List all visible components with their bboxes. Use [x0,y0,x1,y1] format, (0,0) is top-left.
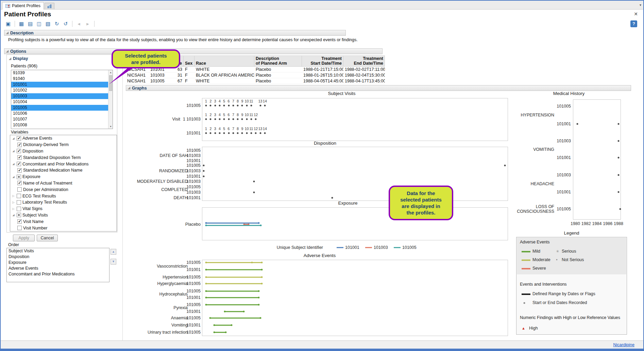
variable-tree-item[interactable]: ◢Exposure [10,174,117,180]
table-cell[interactable]: F [184,78,194,84]
table-cell[interactable]: WHITE [194,78,254,84]
patient-list-item[interactable]: 91040 [11,76,113,82]
table-cell[interactable]: BLACK OR AFRICAN AMERICAN [194,73,254,78]
apply-button[interactable]: Apply [13,235,35,241]
patient-list-item[interactable]: 101006 [11,111,113,116]
scrollbar-arrow-icon[interactable]: ▾ [640,3,641,7]
checkbox[interactable] [17,213,21,217]
tree-expander-icon[interactable]: ▷ [12,207,15,210]
move-up-icon[interactable]: ▲ [111,249,116,255]
table-cell[interactable]: Placebo [254,67,302,73]
checkbox[interactable] [17,155,22,160]
patient-list-item[interactable]: 101004 [11,99,113,105]
patient-list-item[interactable]: 101007 [11,116,113,122]
table-cell[interactable]: 1988-04-17T13:45:00 [343,78,385,84]
forward-icon[interactable]: ▸ [84,20,92,28]
order-list-item[interactable]: Subject Visits [7,248,109,254]
table-cell[interactable]: WHITE [194,67,254,73]
back-icon[interactable]: ◂ [75,20,83,28]
display-section-header[interactable]: ◢ Display [9,56,28,61]
tree-expander-icon[interactable]: ▷ [12,194,15,197]
checkbox[interactable] [17,207,21,211]
study-link[interactable]: Nicardipine [613,342,634,347]
variable-tree-item[interactable]: ◢Subject Visits [10,212,117,219]
tree-expander-icon[interactable]: ◢ [12,175,15,178]
table-header-cell[interactable]: Treatment End Date/Time [343,55,385,67]
annotate-icon[interactable]: ▧ [44,20,52,28]
checkbox[interactable] [17,226,22,230]
checkbox[interactable] [17,149,21,153]
cancel-button[interactable]: Cancel [37,235,58,241]
data-table-icon[interactable]: ▦ [17,20,26,28]
patient-list-item[interactable]: 91039 [11,70,113,76]
patient-list-item[interactable]: 101001 [11,82,113,87]
scroll-down-icon[interactable]: ▾ [108,124,113,129]
variable-tree-item[interactable]: ◢Concomitant and Prior Medications [10,161,117,167]
graphs-section-header[interactable]: ◢ Graphs [126,85,631,91]
description-section-header[interactable]: ◢ Description [4,30,346,36]
checkbox[interactable] [17,194,21,198]
variable-tree-item[interactable]: ▷Laboratory Test Results [10,199,117,206]
table-cell[interactable]: F [184,67,194,73]
order-list-item[interactable]: Exposure [7,260,109,266]
patient-list-item[interactable]: 101008 [11,122,113,128]
relaunch-icon[interactable]: ↺ [62,20,70,28]
patient-list-item[interactable]: 101005 [11,105,113,111]
variable-tree-item[interactable]: ◢Adverse Events [10,135,117,142]
checkbox[interactable] [17,136,21,141]
options-section-header[interactable]: ◢ Options [4,48,383,54]
variable-tree-item[interactable]: Visit Name [10,218,117,225]
variable-tree-item[interactable]: Dose per Administration [10,186,117,193]
table-cell[interactable]: 101005 [149,78,169,84]
tree-expander-icon[interactable]: ◢ [12,162,15,165]
table-cell[interactable]: 1988-02-04T15:30:00 [343,73,385,78]
table-cell[interactable]: F [184,73,194,78]
order-list-item[interactable]: Disposition [7,254,109,260]
checkbox[interactable] [17,168,22,173]
close-icon[interactable]: ✕ [634,11,638,17]
variable-tree-item[interactable]: ◢Disposition [10,148,117,155]
variable-tree-item[interactable]: Standardized Medication Name [10,167,117,174]
table-header-cell[interactable]: Treatment Start Date/Time [302,55,343,67]
checkbox[interactable] [17,187,22,192]
table-cell[interactable]: 31 [169,73,184,78]
checkbox[interactable] [17,219,22,224]
new-window-icon[interactable]: ▣ [4,20,12,28]
variable-tree-item[interactable]: ▷ECG Test Results [10,193,117,199]
order-list-item[interactable]: Adverse Events [7,266,109,271]
tab-report[interactable] [45,3,54,9]
variable-tree-item[interactable]: ▷Vital Signs [10,206,117,212]
table-cell[interactable]: 101003 [149,73,169,78]
tab-patient-profiles[interactable]: Patient Profiles [2,2,44,10]
tree-expander-icon[interactable]: ◢ [12,137,15,140]
table-cell[interactable]: 1988-02-02T17:11:00 [343,67,385,73]
checkbox[interactable] [17,175,21,179]
table-cell[interactable]: 1988-04-05T14:45:00 [302,78,343,84]
table-cell[interactable]: Placebo [254,73,302,78]
table-cell[interactable]: 67 [169,78,184,84]
report-icon[interactable]: ◫ [35,20,43,28]
tree-expander-icon[interactable]: ◢ [12,149,15,153]
checkbox[interactable] [17,162,21,166]
order-list-item[interactable]: Concomitant and Prior Medications [7,271,109,277]
checkbox[interactable] [17,200,21,205]
table-cell[interactable]: Placebo [254,78,302,84]
table-header-cell[interactable]: Description of Planned Arm [254,55,302,67]
table-header-cell[interactable]: Sex [184,55,194,67]
table-header-cell[interactable]: Race [194,55,254,67]
variable-tree-item[interactable]: Visit Number [10,225,117,231]
variable-tree-item[interactable]: Name of Actual Treatment [10,180,117,187]
tree-expander-icon[interactable]: ◢ [12,213,15,217]
table-cell[interactable]: 1988-01-26T15:10:00 [302,73,343,78]
table-cell[interactable]: 1988-01-21T17:15:00 [302,67,343,73]
checkbox[interactable] [17,143,22,147]
tree-expander-icon[interactable]: ▷ [12,201,15,204]
variable-tree-item[interactable]: Dictionary-Derived Term [10,142,117,148]
patient-list-item[interactable]: 101003 [11,93,113,99]
move-down-icon[interactable]: ▼ [111,259,116,265]
journal-icon[interactable]: ▤ [26,20,34,28]
patient-list-item[interactable]: 101002 [11,87,113,93]
variable-tree-item[interactable]: Standardized Disposition Term [10,154,117,161]
help-icon[interactable]: ? [630,20,637,27]
rerun-analysis-icon[interactable]: ↻ [53,20,61,28]
